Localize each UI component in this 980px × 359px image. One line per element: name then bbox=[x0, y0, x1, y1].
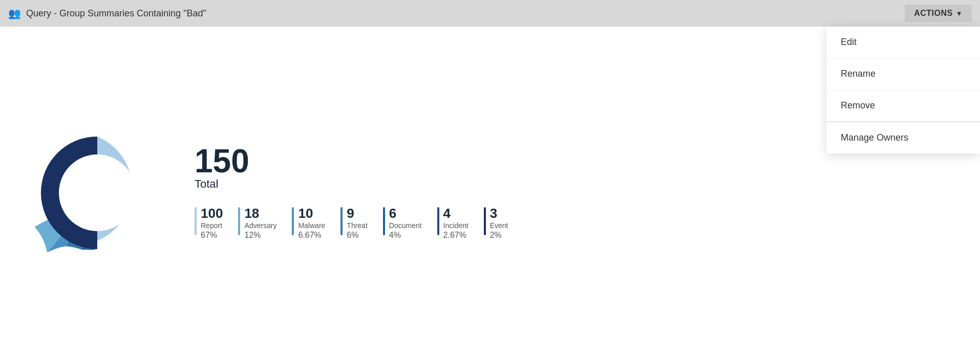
category-count-document: 6 bbox=[389, 206, 422, 221]
category-info-adversary: 18 Adversary 12% bbox=[244, 206, 276, 241]
category-pct-document: 4% bbox=[389, 230, 422, 241]
category-pct-event: 2% bbox=[490, 230, 508, 241]
header-bar: 👥 Query - Group Summaries Containing "Ba… bbox=[0, 0, 980, 27]
category-info-document: 6 Document 4% bbox=[389, 206, 422, 241]
category-bar-threat bbox=[340, 207, 343, 235]
total-block: 150 Total bbox=[195, 145, 508, 191]
menu-item-rename[interactable]: Rename bbox=[826, 58, 980, 90]
menu-item-edit[interactable]: Edit bbox=[826, 27, 980, 58]
category-count-incident: 4 bbox=[443, 206, 468, 221]
category-item-malware: 10 Malware 6.67% bbox=[292, 206, 325, 241]
category-item-incident: 4 Incident 2.67% bbox=[437, 206, 468, 241]
actions-label: ACTIONS bbox=[914, 9, 953, 18]
category-bar-incident bbox=[437, 207, 439, 235]
category-name-threat: Threat bbox=[347, 221, 367, 230]
category-item-adversary: 18 Adversary 12% bbox=[238, 206, 276, 241]
category-name-malware: Malware bbox=[298, 221, 325, 230]
total-label: Total bbox=[195, 177, 508, 191]
category-name-event: Event bbox=[490, 221, 508, 230]
category-bar-adversary bbox=[238, 207, 240, 235]
category-pct-report: 67% bbox=[201, 230, 223, 241]
page-title: Query - Group Summaries Containing "Bad" bbox=[26, 8, 206, 19]
actions-dropdown: Edit Rename Remove Manage Owners bbox=[826, 27, 980, 153]
donut-svg bbox=[31, 126, 164, 259]
category-name-report: Report bbox=[201, 221, 223, 230]
category-pct-threat: 6% bbox=[347, 230, 367, 241]
header-left: 👥 Query - Group Summaries Containing "Ba… bbox=[8, 7, 206, 19]
category-count-threat: 9 bbox=[347, 206, 367, 221]
category-bar-report bbox=[195, 207, 197, 235]
category-pct-adversary: 12% bbox=[244, 230, 276, 241]
category-name-adversary: Adversary bbox=[244, 221, 276, 230]
category-info-threat: 9 Threat 6% bbox=[347, 206, 367, 241]
category-count-event: 3 bbox=[490, 206, 508, 221]
category-pct-malware: 6.67% bbox=[298, 230, 325, 241]
category-count-adversary: 18 bbox=[244, 206, 276, 221]
category-bar-malware bbox=[292, 207, 294, 235]
category-item-threat: 9 Threat 6% bbox=[340, 206, 367, 241]
stats-area: 150 Total 100 Report 67% bbox=[195, 145, 508, 241]
menu-item-remove[interactable]: Remove bbox=[826, 90, 980, 122]
donut-hole bbox=[59, 154, 136, 231]
category-item-document: 6 Document 4% bbox=[383, 206, 422, 241]
actions-button[interactable]: ACTIONS ▼ bbox=[905, 5, 972, 22]
category-count-report: 100 bbox=[201, 206, 223, 221]
category-name-document: Document bbox=[389, 221, 422, 230]
actions-chevron-icon: ▼ bbox=[956, 10, 963, 17]
category-info-malware: 10 Malware 6.67% bbox=[298, 206, 325, 241]
category-bar-event bbox=[484, 207, 486, 235]
total-number: 150 bbox=[195, 145, 508, 177]
categories-row: 100 Report 67% 18 Adversary 12% bbox=[195, 206, 508, 241]
menu-item-manage-owners[interactable]: Manage Owners bbox=[826, 122, 980, 153]
donut-chart bbox=[31, 126, 164, 259]
category-item-report: 100 Report 67% bbox=[195, 206, 223, 241]
app-container: 👥 Query - Group Summaries Containing "Ba… bbox=[0, 0, 980, 359]
group-icon: 👥 bbox=[8, 7, 21, 19]
category-info-event: 3 Event 2% bbox=[490, 206, 508, 241]
category-count-malware: 10 bbox=[298, 206, 325, 221]
category-info-incident: 4 Incident 2.67% bbox=[443, 206, 468, 241]
category-name-incident: Incident bbox=[443, 221, 468, 230]
category-info-report: 100 Report 67% bbox=[201, 206, 223, 241]
category-bar-document bbox=[383, 207, 385, 235]
category-item-event: 3 Event 2% bbox=[484, 206, 508, 241]
category-pct-incident: 2.67% bbox=[443, 230, 468, 241]
